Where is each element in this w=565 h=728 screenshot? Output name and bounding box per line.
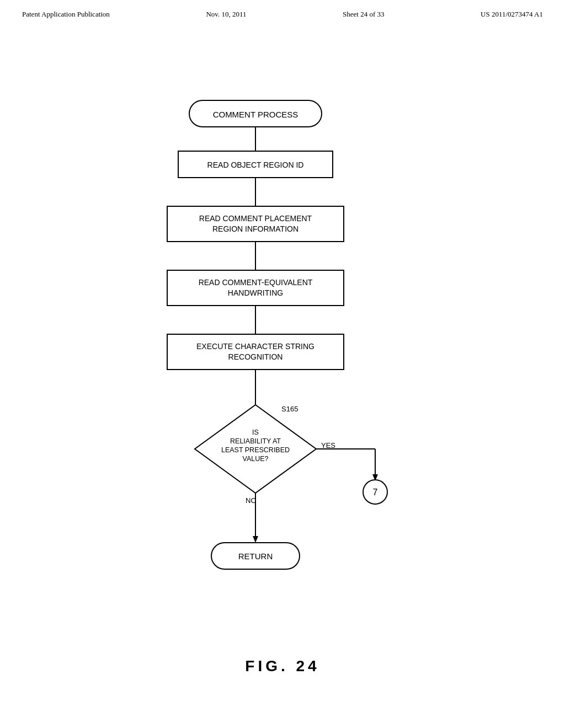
svg-text:YES: YES [321,441,335,449]
svg-text:IS: IS [252,429,259,436]
svg-text:RELIABILITY AT: RELIABILITY AT [230,437,281,445]
svg-text:RETURN: RETURN [238,552,273,561]
svg-text:EXECUTE CHARACTER STRING: EXECUTE CHARACTER STRING [196,342,315,351]
page-header: Patent Application Publication Nov. 10, … [0,0,565,19]
svg-text:VALUE?: VALUE? [242,455,268,463]
svg-text:READ OBJECT REGION ID: READ OBJECT REGION ID [207,160,304,169]
svg-marker-36 [253,536,258,543]
svg-text:HANDWRITING: HANDWRITING [228,288,283,297]
svg-text:REGION INFORMATION: REGION INFORMATION [212,224,299,233]
svg-rect-13 [167,270,344,306]
publication-label: Patent Application Publication [22,10,110,19]
patent-label: US 2011/0273474 A1 [481,10,543,19]
svg-text:7: 7 [373,488,378,497]
sheet-label: Sheet 24 of 33 [343,10,384,19]
svg-text:RECOGNITION: RECOGNITION [228,352,283,361]
date-label: Nov. 10, 2011 [206,10,246,19]
svg-text:READ COMMENT PLACEMENT: READ COMMENT PLACEMENT [199,214,312,223]
flowchart-svg: COMMENT PROCESS S161 READ OBJECT REGION … [0,19,565,692]
svg-text:COMMENT  PROCESS: COMMENT PROCESS [213,110,299,119]
svg-text:READ COMMENT-EQUIVALENT: READ COMMENT-EQUIVALENT [199,278,313,287]
figure-label: FIG. 24 [245,657,319,675]
svg-text:S165: S165 [281,405,298,413]
svg-rect-8 [167,206,344,242]
svg-rect-18 [167,334,344,370]
svg-text:NO: NO [246,496,257,505]
svg-text:LEAST PRESCRIBED: LEAST PRESCRIBED [221,446,290,454]
